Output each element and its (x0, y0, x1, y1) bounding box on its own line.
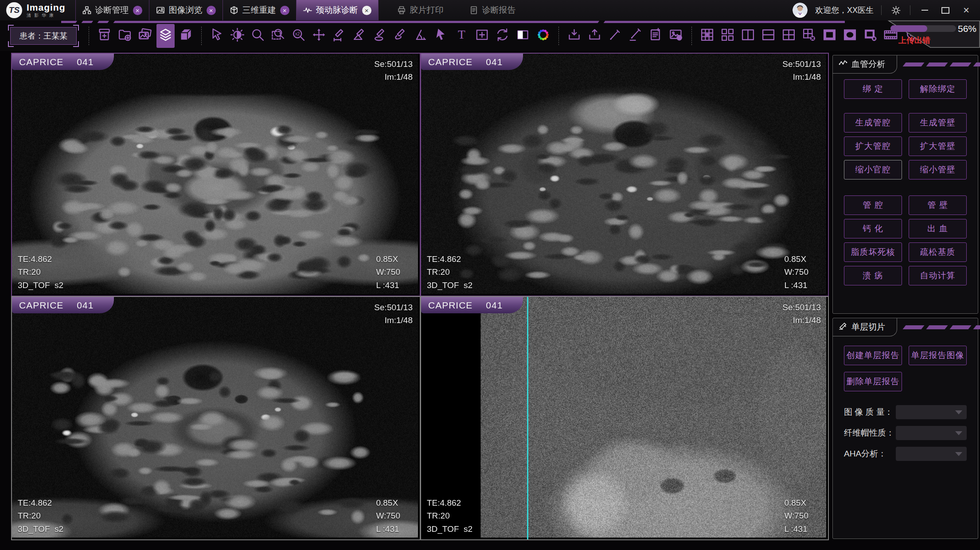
tab-6: 诊断报告 (463, 0, 523, 20)
vessel-button[interactable]: 生成管腔 (844, 113, 902, 133)
tab-3[interactable]: 三维重建× (223, 0, 297, 20)
toolbar-row: 患者：王某某 x2T (0, 20, 980, 51)
vessel-button[interactable]: 生成管壁 (909, 113, 967, 133)
toolbar-button-measure-ellipse[interactable] (371, 24, 389, 48)
single-slice-panel: 单层切片 » 创建单层报告单层报告图像删除单层报告图 像 质 量：纤维帽性质：A… (832, 318, 978, 539)
select-dropdown[interactable] (896, 405, 967, 419)
toolbar-button-palette[interactable] (534, 24, 552, 48)
overlay-line: 0.85X (784, 496, 808, 509)
toolbar-button-rotate[interactable] (493, 24, 511, 48)
overlay-acquisition-info: TE:4.862TR:203D_TOF s2 (427, 496, 472, 535)
toolbar-button-layout-quads[interactable] (718, 24, 737, 48)
toolbar-button-probe-line[interactable] (626, 24, 644, 48)
toolbar-button-measure-angle[interactable] (351, 24, 369, 48)
vessel-button[interactable]: 解除绑定 (909, 79, 967, 99)
close-button[interactable]: × (960, 4, 973, 17)
tab-close-icon[interactable]: × (280, 6, 289, 15)
vessel-button[interactable]: 管 腔 (844, 195, 902, 215)
maximize-button[interactable] (939, 4, 952, 17)
toolbar-button-cube3d[interactable] (177, 24, 195, 48)
vessel-button[interactable]: 绑 定 (844, 79, 902, 99)
app-logo: TS Imaging 清影华康 (0, 0, 75, 20)
mri-image-3[interactable] (12, 297, 418, 538)
vessel-button[interactable]: 钙 化 (844, 219, 902, 238)
toolbar-button-pointer[interactable] (432, 24, 450, 48)
tab-4[interactable]: 颈动脉诊断× (296, 0, 379, 20)
tab-label: 图像浏览 (169, 4, 203, 16)
toolbar-button-pan[interactable] (310, 24, 328, 48)
toolbar-button-angle[interactable] (412, 24, 430, 48)
select-dropdown[interactable] (896, 447, 967, 461)
mri-image-1[interactable] (12, 54, 418, 294)
overlay-line: Se:501/13 (782, 58, 821, 70)
toolbar-button-layout-2row[interactable] (759, 24, 777, 48)
upload-progress-bar (890, 25, 956, 32)
toolbar-button-export[interactable] (586, 24, 604, 48)
slice-button[interactable]: 创建单层报告 (844, 346, 902, 365)
vessel-button[interactable]: 缩小管壁 (909, 160, 967, 179)
toolbar-button-measure-freehand[interactable] (391, 24, 410, 48)
settings-gear-icon[interactable] (889, 4, 902, 17)
vessel-button[interactable]: 扩大管腔 (844, 137, 902, 156)
tab-2[interactable]: 图像浏览× (149, 0, 223, 20)
patient-chip[interactable]: 患者：王某某 (8, 25, 79, 47)
toolbar-button-probe[interactable] (606, 24, 624, 48)
toolbar-button-gallery[interactable] (136, 24, 154, 48)
toolbar: 患者：王某某 x2T 56% 上传出错 (0, 20, 980, 51)
toolbar-button-invert[interactable] (514, 24, 532, 48)
toolbar-button-key-image[interactable] (667, 24, 685, 48)
slice-button[interactable]: 单层报告图像 (909, 346, 967, 365)
toolbar-button-layout-clear[interactable] (800, 24, 818, 48)
toolbar-button-rect-plus[interactable] (473, 24, 491, 48)
slice-button[interactable]: 删除单层报告 (844, 372, 902, 391)
vessel-button[interactable]: 出 血 (909, 219, 967, 238)
vessel-button[interactable]: 自动计算 (909, 266, 967, 285)
tab-close-icon[interactable]: × (207, 6, 216, 15)
toolbar-button-archive-add[interactable] (95, 24, 113, 48)
tab-close-icon[interactable]: × (362, 6, 371, 15)
mri-image-4[interactable] (421, 297, 826, 538)
toolbar-divider (691, 27, 692, 45)
rect-plus-icon (475, 27, 489, 44)
series-header-tab: CAPRICE041 (421, 54, 523, 70)
overlay-display-info: 0.85XW:750L :431 (376, 496, 400, 535)
crosshair-reference-line[interactable] (527, 297, 528, 539)
series-number: 041 (486, 57, 503, 67)
vessel-button[interactable]: 疏松基质 (909, 242, 967, 262)
toolbar-button-layers[interactable] (156, 24, 175, 48)
vessel-button[interactable]: 溃 疡 (844, 266, 902, 285)
panel-title-tab: 血管分析 (833, 55, 897, 74)
toolbar-button-contrast[interactable] (228, 24, 246, 48)
toolbar-button-layout-quad[interactable] (780, 24, 798, 48)
toolbar-button-measure-line[interactable] (330, 24, 348, 48)
toolbar-button-layout-grid9[interactable] (698, 24, 716, 48)
shutter-rect-icon (822, 27, 837, 44)
minimize-button[interactable] (918, 4, 931, 17)
toolbar-button-zoom-region[interactable] (269, 24, 287, 48)
toolbar-button-layout-2col[interactable] (739, 24, 757, 48)
overlay-line: TR:20 (18, 265, 63, 278)
series-number: 041 (77, 300, 94, 311)
toolbar-button-text[interactable]: T (453, 24, 471, 48)
tab-1[interactable]: 诊断管理× (75, 0, 149, 20)
vessel-button[interactable]: 脂质坏死核 (844, 242, 902, 262)
series-header-tab: CAPRICE041 (12, 54, 114, 70)
tab-close-icon[interactable]: × (133, 6, 142, 15)
toolbar-button-zoom-2x[interactable]: x2 (289, 24, 308, 48)
printer-icon (397, 6, 406, 15)
toolbar-button-cursor[interactable] (208, 24, 226, 48)
select-dropdown[interactable] (896, 426, 967, 440)
overlay-line: 0.85X (376, 496, 400, 509)
toolbar-button-folder-add[interactable] (116, 24, 134, 48)
patient-label: 患者：王某某 (10, 27, 77, 45)
vessel-button[interactable]: 缩小官腔 (844, 160, 902, 179)
toolbar-button-import[interactable] (565, 24, 583, 48)
vessel-button[interactable]: 扩大管壁 (909, 137, 967, 156)
toolbar-button-zoom[interactable] (249, 24, 267, 48)
vessel-button[interactable]: 管 壁 (909, 195, 967, 215)
overlay-line: 3D_TOF s2 (18, 523, 63, 535)
toolbar-button-shutter-rect[interactable] (820, 24, 839, 48)
mri-image-2[interactable] (421, 54, 826, 294)
toolbar-button-report-add[interactable] (647, 24, 665, 48)
toolbar-button-shutter-ellipse[interactable] (841, 24, 859, 48)
